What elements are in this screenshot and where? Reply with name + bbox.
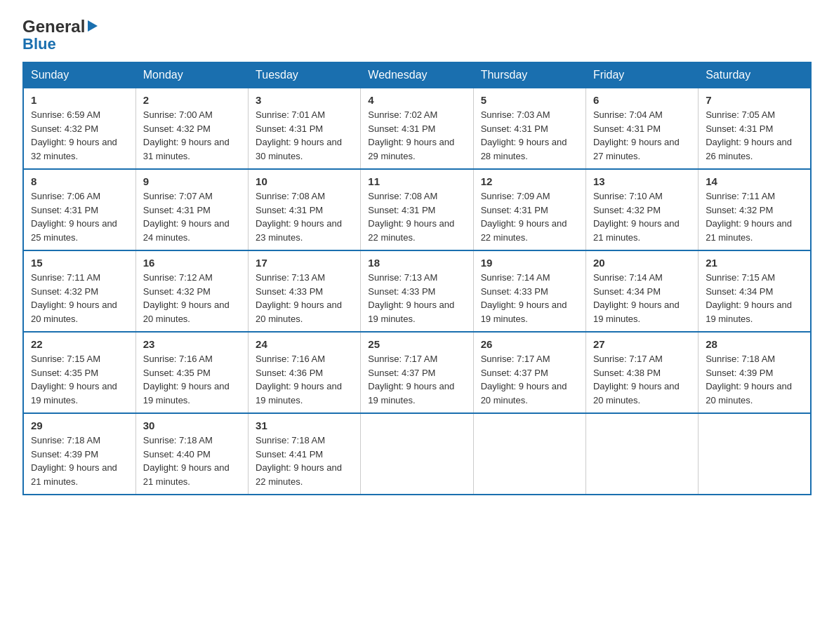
calendar-cell: 19 Sunrise: 7:14 AMSunset: 4:33 PMDaylig… [473, 250, 585, 332]
day-number: 26 [481, 338, 578, 350]
day-info: Sunrise: 6:59 AMSunset: 4:32 PMDaylight:… [31, 108, 128, 163]
day-info: Sunrise: 7:03 AMSunset: 4:31 PMDaylight:… [481, 108, 578, 163]
logo-blue: Blue [22, 35, 56, 53]
day-info: Sunrise: 7:09 AMSunset: 4:31 PMDaylight:… [481, 189, 578, 244]
calendar-cell: 13 Sunrise: 7:10 AMSunset: 4:32 PMDaylig… [585, 169, 698, 250]
day-number: 25 [368, 338, 465, 350]
day-number: 5 [481, 94, 578, 106]
day-info: Sunrise: 7:18 AMSunset: 4:39 PMDaylight:… [706, 352, 803, 407]
day-number: 19 [481, 257, 578, 269]
day-number: 18 [368, 257, 465, 269]
day-info: Sunrise: 7:10 AMSunset: 4:32 PMDaylight:… [593, 189, 691, 244]
calendar-cell: 27 Sunrise: 7:17 AMSunset: 4:38 PMDaylig… [585, 332, 698, 413]
calendar-cell: 26 Sunrise: 7:17 AMSunset: 4:37 PMDaylig… [473, 332, 585, 413]
weekday-header-thursday: Thursday [473, 62, 585, 88]
calendar-cell: 25 Sunrise: 7:17 AMSunset: 4:37 PMDaylig… [361, 332, 473, 413]
calendar-cell: 7 Sunrise: 7:05 AMSunset: 4:31 PMDayligh… [699, 88, 811, 169]
day-info: Sunrise: 7:11 AMSunset: 4:32 PMDaylight:… [31, 271, 128, 326]
calendar-cell: 18 Sunrise: 7:13 AMSunset: 4:33 PMDaylig… [361, 250, 473, 332]
logo-general: General [22, 17, 85, 36]
day-number: 24 [256, 338, 353, 350]
day-info: Sunrise: 7:01 AMSunset: 4:31 PMDaylight:… [256, 108, 353, 163]
day-number: 28 [706, 338, 803, 350]
calendar-cell: 2 Sunrise: 7:00 AMSunset: 4:32 PMDayligh… [135, 88, 248, 169]
calendar-cell [473, 413, 585, 495]
day-info: Sunrise: 7:13 AMSunset: 4:33 PMDaylight:… [368, 271, 465, 326]
calendar-cell: 30 Sunrise: 7:18 AMSunset: 4:40 PMDaylig… [135, 413, 248, 495]
day-number: 17 [256, 257, 353, 269]
calendar-cell: 12 Sunrise: 7:09 AMSunset: 4:31 PMDaylig… [473, 169, 585, 250]
day-number: 29 [31, 420, 128, 431]
calendar-cell: 29 Sunrise: 7:18 AMSunset: 4:39 PMDaylig… [23, 413, 135, 495]
day-number: 31 [256, 420, 353, 431]
calendar-cell: 16 Sunrise: 7:12 AMSunset: 4:32 PMDaylig… [135, 250, 248, 332]
day-number: 30 [143, 420, 241, 431]
day-number: 13 [593, 175, 691, 187]
day-info: Sunrise: 7:18 AMSunset: 4:40 PMDaylight:… [143, 434, 241, 488]
calendar-week-3: 15 Sunrise: 7:11 AMSunset: 4:32 PMDaylig… [23, 250, 811, 332]
day-number: 12 [481, 175, 578, 187]
day-info: Sunrise: 7:14 AMSunset: 4:34 PMDaylight:… [593, 271, 691, 326]
day-info: Sunrise: 7:06 AMSunset: 4:31 PMDaylight:… [31, 189, 128, 244]
calendar-cell [585, 413, 698, 495]
logo-arrow-icon [88, 20, 98, 32]
day-info: Sunrise: 7:18 AMSunset: 4:39 PMDaylight:… [31, 434, 128, 488]
day-number: 21 [706, 257, 803, 269]
calendar-week-5: 29 Sunrise: 7:18 AMSunset: 4:39 PMDaylig… [23, 413, 811, 495]
weekday-header-wednesday: Wednesday [361, 62, 473, 88]
day-info: Sunrise: 7:04 AMSunset: 4:31 PMDaylight:… [593, 108, 691, 163]
day-number: 10 [256, 175, 353, 187]
weekday-header-saturday: Saturday [699, 62, 811, 88]
day-info: Sunrise: 7:11 AMSunset: 4:32 PMDaylight:… [706, 189, 803, 244]
calendar-cell: 15 Sunrise: 7:11 AMSunset: 4:32 PMDaylig… [23, 250, 135, 332]
header: General Blue [22, 17, 812, 53]
day-info: Sunrise: 7:16 AMSunset: 4:36 PMDaylight:… [256, 352, 353, 407]
day-info: Sunrise: 7:02 AMSunset: 4:31 PMDaylight:… [368, 108, 465, 163]
day-number: 14 [706, 175, 803, 187]
day-info: Sunrise: 7:15 AMSunset: 4:35 PMDaylight:… [31, 352, 128, 407]
calendar-cell: 17 Sunrise: 7:13 AMSunset: 4:33 PMDaylig… [249, 250, 361, 332]
calendar-week-1: 1 Sunrise: 6:59 AMSunset: 4:32 PMDayligh… [23, 88, 811, 169]
day-number: 2 [143, 94, 241, 106]
day-info: Sunrise: 7:14 AMSunset: 4:33 PMDaylight:… [481, 271, 578, 326]
day-info: Sunrise: 7:12 AMSunset: 4:32 PMDaylight:… [143, 271, 241, 326]
day-info: Sunrise: 7:15 AMSunset: 4:34 PMDaylight:… [706, 271, 803, 326]
calendar-cell [361, 413, 473, 495]
weekday-header-monday: Monday [135, 62, 248, 88]
day-number: 15 [31, 257, 128, 269]
logo: General Blue [22, 17, 98, 53]
day-number: 1 [31, 94, 128, 106]
calendar-week-2: 8 Sunrise: 7:06 AMSunset: 4:31 PMDayligh… [23, 169, 811, 250]
day-number: 6 [593, 94, 691, 106]
calendar-cell: 11 Sunrise: 7:08 AMSunset: 4:31 PMDaylig… [361, 169, 473, 250]
day-number: 23 [143, 338, 241, 350]
calendar-cell: 28 Sunrise: 7:18 AMSunset: 4:39 PMDaylig… [699, 332, 811, 413]
day-info: Sunrise: 7:13 AMSunset: 4:33 PMDaylight:… [256, 271, 353, 326]
calendar-cell: 31 Sunrise: 7:18 AMSunset: 4:41 PMDaylig… [249, 413, 361, 495]
calendar-table: SundayMondayTuesdayWednesdayThursdayFrid… [22, 62, 812, 495]
day-number: 22 [31, 338, 128, 350]
calendar-cell: 24 Sunrise: 7:16 AMSunset: 4:36 PMDaylig… [249, 332, 361, 413]
day-number: 27 [593, 338, 691, 350]
weekday-header-friday: Friday [585, 62, 698, 88]
calendar-cell: 20 Sunrise: 7:14 AMSunset: 4:34 PMDaylig… [585, 250, 698, 332]
day-number: 20 [593, 257, 691, 269]
weekday-header-row: SundayMondayTuesdayWednesdayThursdayFrid… [23, 62, 811, 88]
calendar-cell: 5 Sunrise: 7:03 AMSunset: 4:31 PMDayligh… [473, 88, 585, 169]
calendar-week-4: 22 Sunrise: 7:15 AMSunset: 4:35 PMDaylig… [23, 332, 811, 413]
day-info: Sunrise: 7:05 AMSunset: 4:31 PMDaylight:… [706, 108, 803, 163]
day-number: 4 [368, 94, 465, 106]
day-info: Sunrise: 7:17 AMSunset: 4:37 PMDaylight:… [368, 352, 465, 407]
weekday-header-sunday: Sunday [23, 62, 135, 88]
calendar-cell: 21 Sunrise: 7:15 AMSunset: 4:34 PMDaylig… [699, 250, 811, 332]
day-number: 16 [143, 257, 241, 269]
day-number: 3 [256, 94, 353, 106]
calendar-cell: 8 Sunrise: 7:06 AMSunset: 4:31 PMDayligh… [23, 169, 135, 250]
calendar-cell: 9 Sunrise: 7:07 AMSunset: 4:31 PMDayligh… [135, 169, 248, 250]
calendar-cell: 10 Sunrise: 7:08 AMSunset: 4:31 PMDaylig… [249, 169, 361, 250]
calendar-cell: 4 Sunrise: 7:02 AMSunset: 4:31 PMDayligh… [361, 88, 473, 169]
calendar-cell: 22 Sunrise: 7:15 AMSunset: 4:35 PMDaylig… [23, 332, 135, 413]
day-number: 9 [143, 175, 241, 187]
calendar-cell: 23 Sunrise: 7:16 AMSunset: 4:35 PMDaylig… [135, 332, 248, 413]
day-number: 7 [706, 94, 803, 106]
